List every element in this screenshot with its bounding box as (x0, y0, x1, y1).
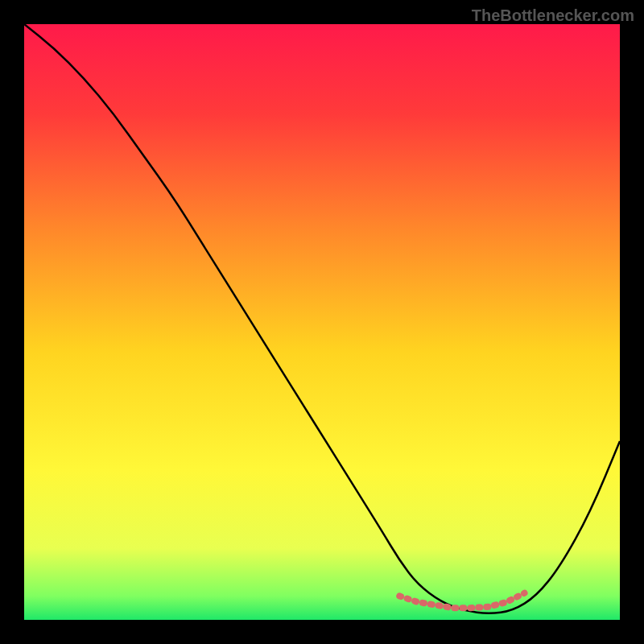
svg-rect-0 (24, 24, 620, 620)
gradient-background (24, 24, 620, 620)
chart-container (24, 24, 620, 620)
watermark-text: TheBottlenecker.com (472, 6, 634, 25)
